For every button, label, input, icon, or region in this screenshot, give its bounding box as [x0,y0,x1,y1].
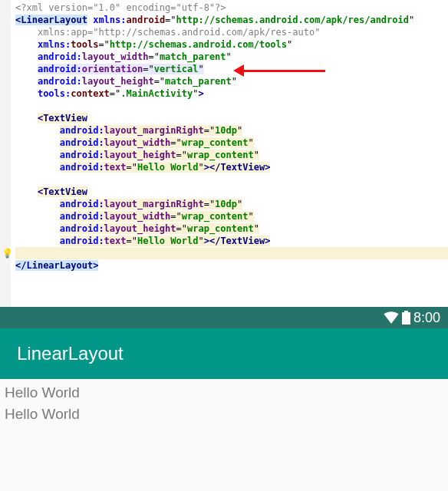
textview-output: Hello World [5,382,443,404]
code-line[interactable]: xmlns:app="http://schemas.android.com/ap… [15,26,448,38]
code-line[interactable]: xmlns:tools="http://schemas.android.com/… [15,38,448,51]
code-line[interactable]: android:layout_marginRight="10dp" [15,198,448,210]
svg-rect-0 [402,312,410,325]
code-line[interactable]: android:orientation="vertical" [15,63,448,75]
code-line[interactable]: <TextView [15,186,448,198]
textview-output: Hello World [5,404,443,425]
code-line[interactable]: </LinearLayout> [15,259,448,272]
code-line[interactable]: tools:context=".MainActivity"> [15,87,448,100]
code-line[interactable]: <LinearLayout xmlns:android="http://sche… [15,14,448,26]
app-screen: Hello World Hello World [0,379,448,428]
app-bar: LinearLayout [0,328,448,379]
app-title: LinearLayout [17,343,124,364]
device-preview: 8:00 LinearLayout Hello World Hello Worl… [0,307,448,491]
editor-gutter: − − − [0,0,11,307]
battery-icon [402,311,410,325]
code-editor[interactable]: − − − <?xml version="1.0" encoding="utf-… [0,0,448,307]
status-time: 8:00 [413,310,440,326]
code-line[interactable]: android:text="Hello World"></TextView> [15,235,448,247]
code-line[interactable]: android:text="Hello World"></TextView> [15,161,448,173]
code-line[interactable]: android:layout_height="wrap_content" [15,149,448,161]
xml-declaration: <?xml version="1.0" encoding="utf-8"?> [15,2,226,13]
status-bar: 8:00 [0,307,448,328]
code-line[interactable]: android:layout_height="wrap_content" [15,222,448,235]
code-line[interactable]: android:layout_width="wrap_content" [15,210,448,222]
annotation-arrow [233,64,325,77]
code-line[interactable]: android:layout_height="match_parent" [15,75,448,87]
svg-rect-1 [404,311,408,312]
wifi-icon [384,311,399,324]
code-line[interactable]: android:layout_marginRight="10dp" [15,124,448,137]
lightbulb-icon[interactable]: 💡 [2,247,11,259]
code-line[interactable]: android:layout_width="match_parent" [15,51,448,63]
code-line[interactable]: android:layout_width="wrap_content" [15,137,448,149]
code-line[interactable]: <TextView [15,112,448,124]
